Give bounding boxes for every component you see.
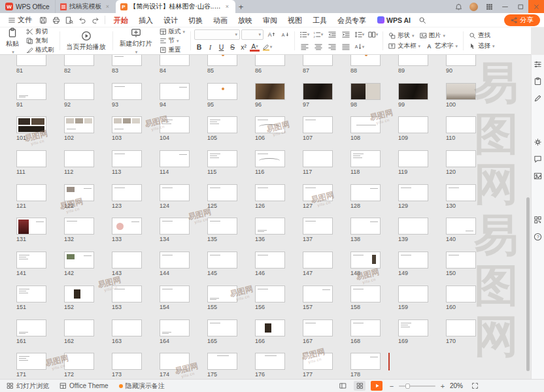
slide-preview[interactable] — [303, 184, 333, 201]
sorter-view-button[interactable] — [354, 381, 366, 391]
slide-thumbnail[interactable]: 102 — [64, 116, 94, 150]
slide-preview[interactable] — [255, 116, 285, 133]
normal-view-button[interactable] — [337, 381, 348, 391]
menu-item[interactable]: 切换 — [183, 13, 208, 27]
slide-preview[interactable] — [398, 184, 428, 201]
slide-preview[interactable] — [112, 286, 142, 302]
slide-preview[interactable] — [16, 184, 46, 201]
zoom-slider[interactable] — [399, 385, 435, 387]
properties-panel-icon[interactable] — [534, 60, 542, 69]
slide-preview[interactable] — [350, 218, 381, 235]
slide-preview[interactable] — [398, 116, 428, 133]
slide-preview[interactable] — [160, 319, 190, 336]
slide-thumbnail[interactable]: 114 — [160, 150, 190, 184]
format-painter-button[interactable]: 格式刷 — [24, 46, 56, 54]
slide-thumbnail[interactable]: 105 — [207, 116, 237, 150]
slide-preview[interactable] — [207, 116, 237, 133]
slide-preview[interactable] — [398, 286, 428, 302]
slide-preview[interactable] — [64, 55, 94, 66]
slide-thumbnail[interactable]: 172 — [64, 353, 94, 379]
slide-thumbnail[interactable]: 173 — [112, 353, 142, 379]
slide-thumbnail[interactable]: 157 — [303, 286, 333, 319]
paste-button[interactable]: 粘贴 — [3, 29, 22, 53]
slide-thumbnail[interactable]: 160 — [446, 286, 476, 319]
slide-thumbnail[interactable]: 167 — [303, 319, 333, 353]
wps-ai-button[interactable]: WPS AI — [373, 16, 415, 24]
menu-item[interactable]: 插入 — [133, 13, 158, 27]
slide-preview[interactable] — [207, 83, 237, 100]
slide-preview[interactable] — [398, 83, 428, 100]
slide-thumbnail[interactable]: 88 — [350, 55, 381, 83]
maximize-button[interactable] — [513, 0, 528, 13]
menu-item[interactable]: 放映 — [233, 13, 258, 27]
menu-item[interactable]: 动画 — [208, 13, 233, 27]
slide-preview[interactable] — [112, 83, 142, 100]
slide-thumbnail[interactable]: 164 — [160, 319, 190, 353]
superscript-button[interactable]: x² — [239, 42, 248, 52]
slide-thumbnail[interactable]: 85 — [207, 55, 237, 83]
slide-preview[interactable] — [350, 319, 381, 336]
slide-preview[interactable] — [207, 319, 237, 336]
document-tab-presentation[interactable]: 【简尚设计】桂林图舍·山谷...山 — [116, 0, 235, 13]
align-left-icon[interactable] — [298, 42, 311, 52]
slide-preview[interactable] — [255, 319, 285, 336]
slide-preview[interactable] — [255, 150, 285, 167]
numbering-icon[interactable]: 12 — [312, 29, 324, 40]
slide-thumbnail[interactable]: 170 — [446, 319, 476, 353]
slide-thumbnail[interactable]: 166 — [255, 319, 285, 353]
slide-thumbnail[interactable]: 175 — [207, 353, 237, 379]
slide-thumbnail[interactable]: 81 — [16, 55, 46, 83]
slide-thumbnail[interactable]: 93 — [112, 83, 142, 117]
slide-preview[interactable] — [160, 286, 190, 302]
slide-preview[interactable] — [64, 353, 94, 370]
slide-thumbnail[interactable]: 169 — [398, 319, 428, 353]
clipboard-panel-icon[interactable] — [534, 77, 542, 86]
menu-item[interactable]: 工具 — [307, 13, 332, 27]
slide-preview[interactable] — [350, 286, 381, 302]
slide-preview[interactable] — [303, 286, 333, 302]
slide-thumbnail[interactable]: 106 — [255, 116, 285, 150]
slide-thumbnail[interactable]: 151 — [16, 286, 46, 319]
slide-thumbnail[interactable]: 96 — [255, 83, 285, 117]
search-icon[interactable] — [416, 15, 428, 25]
textbox-button[interactable]: 文本框 — [386, 42, 422, 50]
slide-preview[interactable] — [446, 252, 476, 269]
slide-thumbnail[interactable]: 140 — [446, 218, 476, 252]
slide-preview[interactable] — [64, 319, 94, 336]
save-icon[interactable] — [37, 15, 49, 25]
slide-thumbnail[interactable]: 101 — [16, 116, 46, 150]
slide-preview[interactable] — [350, 55, 381, 66]
vertical-scrollbar[interactable] — [526, 56, 530, 378]
slide-preview[interactable] — [303, 55, 333, 66]
menu-item[interactable]: 视图 — [282, 13, 307, 27]
slide-preview[interactable] — [350, 150, 381, 167]
text-direction-icon[interactable]: A — [353, 42, 366, 52]
slide-preview[interactable] — [160, 55, 190, 66]
slide-thumbnail[interactable]: 178 — [350, 353, 381, 379]
slide-preview[interactable] — [398, 319, 428, 336]
slide-preview[interactable] — [303, 218, 333, 235]
slide-thumbnail[interactable]: 138 — [350, 218, 381, 252]
highlight-color-icon[interactable] — [261, 42, 273, 52]
print-icon[interactable] — [50, 15, 62, 25]
slide-thumbnail[interactable]: 90 — [446, 55, 476, 83]
menu-item[interactable]: 开始 — [109, 13, 133, 27]
wordart-button[interactable]: A艺术字 — [424, 42, 460, 50]
slide-preview[interactable] — [303, 83, 333, 100]
settings-gear-icon[interactable] — [534, 138, 542, 146]
document-tab-template[interactable]: 找稿宪模板 — [55, 0, 116, 13]
slide-preview[interactable] — [16, 286, 46, 302]
zoom-out-button[interactable] — [388, 382, 396, 390]
slide-thumbnail[interactable]: 132 — [64, 218, 94, 252]
slide-preview[interactable] — [16, 252, 46, 269]
slide-thumbnail[interactable]: 142 — [64, 252, 94, 286]
wps-home-button[interactable]: WPS Office — [0, 0, 55, 13]
comment-chat-icon[interactable] — [534, 155, 542, 163]
slide-preview[interactable] — [446, 286, 476, 302]
fit-to-window-button[interactable] — [469, 381, 481, 391]
slide-thumbnail[interactable]: 97 — [303, 83, 333, 117]
notes-toggle[interactable]: 隐藏演示备注 — [119, 382, 165, 391]
slide-thumbnail[interactable]: 128 — [350, 184, 381, 218]
slide-thumbnail[interactable]: 148 — [350, 252, 381, 286]
slide-preview[interactable] — [255, 218, 285, 235]
